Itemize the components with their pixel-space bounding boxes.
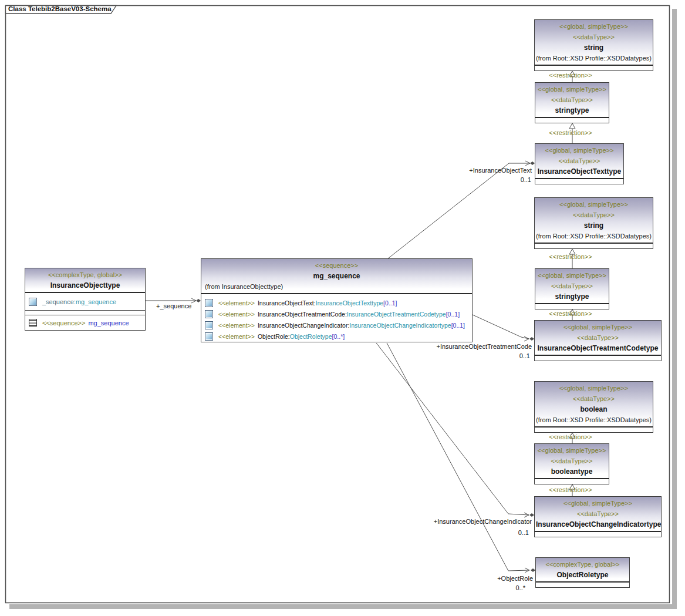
attribute-name: _sequence: (42, 298, 76, 305)
operation-row[interactable]: <<sequence>> mg_sequence (25, 319, 145, 326)
class-stereotype: <<global, simpleType>> (536, 270, 608, 281)
class-header: <<global, simpleType>> <<dataType>> stri… (535, 269, 609, 304)
class-name: string (536, 220, 652, 231)
edge-role-label-sequence: +_sequence (156, 302, 191, 309)
class-box-insurance-object-change-indicatortype[interactable]: <<global, simpleType>> <<dataType>> Insu… (534, 496, 662, 537)
element-icon (205, 321, 213, 329)
element-type: ObjectRoletype (290, 333, 332, 340)
attribute-row[interactable]: _sequence: mg_sequence (25, 298, 145, 306)
class-header: <<complexType, global>> ObjectRoletype (536, 558, 629, 583)
element-type: InsuranceObjectChangeIndicatortype (349, 322, 451, 329)
class-box-stringtype-mid[interactable]: <<global, simpleType>> <<dataType>> stri… (535, 268, 609, 309)
element-type: InsuranceObjectTexttype (316, 299, 384, 307)
class-header: <<global, simpleType>> <<dataType>> Insu… (535, 144, 623, 179)
class-stereotype: <<complexType, global>> (537, 559, 628, 570)
element-stereotype: <<element>> (218, 333, 255, 340)
class-name: InsuranceObjectTexttype (536, 166, 622, 177)
empty-compartment (535, 532, 661, 537)
class-box-insurance-object-treatment-codetype[interactable]: <<global, simpleType>> <<dataType>> Insu… (534, 320, 662, 361)
class-stereotype: <<sequence>> (203, 260, 471, 271)
class-name: mg_sequence (203, 271, 471, 281)
class-box-mg-sequence[interactable]: <<sequence>> mg_sequence (from Insurance… (201, 258, 473, 342)
element-multiplicity: [0..*] (332, 333, 345, 340)
diagram-canvas: Class Telebib2BaseV03-Schema <<complexTy… (0, 0, 685, 616)
class-box-string-mid[interactable]: <<global, simpleType>> <<dataType>> stri… (534, 197, 653, 249)
class-from: (from Root::XSD Profile::XSDDatatypes) (536, 231, 652, 241)
class-stereotype: <<dataType>> (536, 281, 608, 291)
edge-multiplicity-object-role: 0..* (515, 584, 525, 591)
element-name: InsuranceObjectChangeIndicator: (258, 322, 349, 329)
edge-role-label-insurance-object-treatment-code: +InsuranceObjectTreatmentCode (436, 343, 532, 350)
elements-compartment: <<element>> InsuranceObjectText: Insuran… (201, 294, 472, 342)
restriction-label: <<restriction>> (536, 486, 605, 493)
operation-name: mg_sequence (88, 319, 129, 326)
class-from: (from Root::XSD Profile::XSDDatatypes) (536, 53, 652, 63)
element-type: InsuranceObjectTreatmentCodetype (347, 311, 446, 318)
element-stereotype: <<element>> (218, 311, 255, 318)
edge-multiplicity-insurance-object-change-indicator: 0..1 (518, 529, 529, 536)
empty-compartment (535, 356, 661, 361)
class-header: <<global, simpleType>> <<dataType>> bool… (535, 382, 653, 428)
element-icon (205, 299, 213, 307)
edge-multiplicity-insurance-object-text: 0..1 (521, 176, 531, 183)
class-name: stringtype (536, 291, 608, 302)
class-name: InsuranceObjectChangeIndicatortype (536, 519, 660, 530)
class-box-object-roletype[interactable]: <<complexType, global>> ObjectRoletype (535, 557, 630, 588)
frame-shadow-bottom (9, 604, 677, 609)
class-name: ObjectRoletype (537, 570, 628, 580)
class-header: <<global, simpleType>> <<dataType>> bool… (535, 444, 609, 479)
edge-role-label-insurance-object-change-indicator: +InsuranceObjectChangeIndicator (434, 518, 532, 525)
element-row[interactable]: <<element>> InsuranceObjectTreatmentCode… (201, 308, 472, 319)
restriction-label: <<restriction>> (536, 129, 605, 136)
class-box-insurance-objecttype[interactable]: <<complexType, global>> InsuranceObjectt… (25, 268, 146, 331)
empty-compartment (535, 244, 653, 248)
class-header: <<complexType, global>> InsuranceObjectt… (25, 268, 145, 293)
element-row[interactable]: <<element>> InsuranceObjectText: Insuran… (201, 297, 472, 308)
attribute-icon (29, 298, 37, 306)
element-icon (205, 310, 213, 318)
class-header: <<global, simpleType>> <<dataType>> stri… (535, 83, 609, 118)
element-stereotype: <<element>> (218, 322, 255, 329)
class-name: stringtype (536, 105, 608, 116)
class-header: <<global, simpleType>> <<dataType>> stri… (535, 198, 653, 244)
class-stereotype: <<dataType>> (536, 332, 660, 343)
class-stereotype: <<global, simpleType>> (536, 498, 660, 509)
operation-stereotype: <<sequence>> (42, 319, 85, 326)
class-stereotype: <<dataType>> (536, 456, 608, 466)
empty-compartment (535, 479, 609, 484)
class-stereotype: <<global, simpleType>> (536, 199, 652, 210)
restriction-label: <<restriction>> (536, 72, 605, 79)
empty-compartment (535, 118, 609, 123)
class-name: booleantype (536, 466, 608, 477)
class-stereotype: <<global, simpleType>> (536, 84, 608, 95)
class-stereotype: <<dataType>> (536, 393, 652, 404)
class-stereotype: <<dataType>> (536, 156, 622, 166)
attribute-type: mg_sequence (76, 298, 116, 305)
element-multiplicity: [0..1] (446, 311, 460, 318)
restriction-label: <<restriction>> (536, 433, 605, 440)
class-box-stringtype-top[interactable]: <<global, simpleType>> <<dataType>> stri… (535, 82, 609, 123)
class-name: InsuranceObjecttype (26, 280, 144, 291)
element-multiplicity: [0..1] (451, 322, 465, 329)
element-multiplicity: [0..1] (383, 299, 397, 307)
class-stereotype: <<global, simpleType>> (536, 383, 652, 393)
class-box-booleantype[interactable]: <<global, simpleType>> <<dataType>> bool… (534, 443, 609, 484)
empty-compartment (535, 428, 653, 432)
operation-icon (29, 319, 37, 326)
class-box-insurance-object-texttype[interactable]: <<global, simpleType>> <<dataType>> Insu… (535, 143, 624, 184)
class-box-boolean[interactable]: <<global, simpleType>> <<dataType>> bool… (534, 381, 653, 433)
empty-compartment (535, 179, 623, 184)
class-from: (from InsuranceObjecttype) (203, 281, 471, 292)
class-name: InsuranceObjectTreatmentCodetype (536, 343, 660, 354)
element-row[interactable]: <<element>> InsuranceObjectChangeIndicat… (201, 319, 472, 331)
class-header: <<global, simpleType>> <<dataType>> Insu… (535, 321, 661, 356)
class-stereotype: <<global, simpleType>> (536, 322, 660, 332)
element-icon (205, 332, 213, 341)
class-stereotype: <<dataType>> (536, 32, 652, 42)
class-stereotype: <<global, simpleType>> (536, 145, 622, 156)
element-name: ObjectRole: (258, 333, 290, 340)
class-stereotype: <<global, simpleType>> (536, 21, 652, 32)
operations-compartment: <<sequence>> mg_sequence (25, 315, 145, 330)
element-row[interactable]: <<element>> ObjectRole: ObjectRoletype [… (201, 331, 472, 342)
class-box-string-top[interactable]: <<global, simpleType>> <<dataType>> stri… (534, 19, 653, 71)
